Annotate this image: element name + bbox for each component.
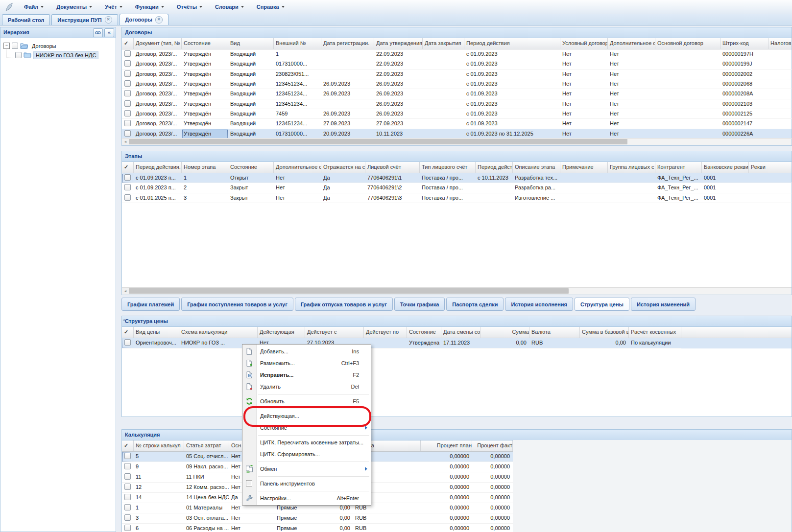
- menubar-item[interactable]: Отчёты: [170, 1, 209, 12]
- table-row[interactable]: Договор, 2023/...УтверждёнВходящий123451…: [122, 79, 792, 89]
- column-header[interactable]: ✓: [122, 440, 134, 451]
- column-header[interactable]: Действует с: [305, 327, 364, 338]
- column-header[interactable]: ✓: [122, 38, 134, 49]
- collapse-sidebar-icon[interactable]: «: [104, 28, 114, 37]
- column-header[interactable]: Состояние: [182, 38, 228, 49]
- row-checkbox[interactable]: [124, 90, 131, 96]
- column-header[interactable]: Документ (тип, №: [134, 38, 182, 49]
- column-header[interactable]: Период действия..: [134, 162, 182, 173]
- menubar-item[interactable]: Функции: [129, 1, 170, 12]
- row-checkbox[interactable]: [124, 514, 131, 521]
- row-checkbox[interactable]: [124, 70, 131, 77]
- menubar-item[interactable]: Словари: [209, 1, 250, 12]
- table-row[interactable]: Договор, 2023/...УтверждёнВходящий123451…: [122, 89, 792, 99]
- context-menu-item[interactable]: Настройки...Alt+Enter: [242, 492, 371, 504]
- row-checkbox[interactable]: [124, 473, 131, 480]
- column-header[interactable]: ✓: [122, 162, 134, 173]
- tab[interactable]: Договоры✕: [120, 14, 168, 25]
- context-menu-item[interactable]: ЦИТК. Пересчитать косвенные затраты...: [242, 437, 371, 448]
- detail-tab[interactable]: Структура цены: [575, 298, 629, 311]
- tree-checkbox[interactable]: [15, 52, 22, 58]
- row-checkbox[interactable]: [124, 453, 131, 459]
- table-row[interactable]: Договор, 2023/...УтверждёнВходящий123451…: [122, 119, 792, 129]
- scrollbar-thumb[interactable]: [129, 288, 569, 294]
- column-header[interactable]: Группа лицевых с: [608, 162, 655, 173]
- column-header[interactable]: Дополнительное с: [274, 162, 321, 173]
- tab-close-icon[interactable]: ✕: [155, 16, 163, 23]
- column-header[interactable]: Период действия л: [476, 162, 513, 173]
- column-header[interactable]: Процент факт: [472, 440, 513, 451]
- column-header[interactable]: Статья затрат: [184, 440, 229, 451]
- column-header[interactable]: Действующая: [258, 327, 305, 338]
- tree-node-root[interactable]: − Договоры: [3, 41, 116, 50]
- row-checkbox[interactable]: [124, 194, 131, 201]
- detail-tab[interactable]: История изменений: [631, 298, 696, 311]
- column-header[interactable]: Тип лицевого счёт: [420, 162, 476, 173]
- column-header[interactable]: Лицевой счёт: [365, 162, 420, 173]
- column-header[interactable]: Сумма: [480, 327, 529, 338]
- table-row[interactable]: Договор, 2023/...УтверждёнВходящий230823…: [122, 69, 792, 79]
- column-header[interactable]: Дата смены состоя: [441, 327, 480, 338]
- tree-node-child[interactable]: НИОКР по ГОЗ без НДС: [3, 50, 116, 60]
- row-checkbox[interactable]: [124, 525, 131, 531]
- row-checkbox[interactable]: [124, 484, 131, 490]
- row-checkbox[interactable]: [124, 130, 131, 137]
- menubar-item[interactable]: Справка: [250, 1, 291, 12]
- column-header[interactable]: Сумма в базовой в: [580, 327, 629, 338]
- row-checkbox[interactable]: [124, 339, 131, 346]
- column-header[interactable]: Схема калькуляци: [179, 327, 258, 338]
- column-header[interactable]: Период действия: [464, 38, 560, 49]
- detail-tab[interactable]: График отпуска товаров и услуг: [295, 298, 393, 311]
- column-header[interactable]: Валюта: [529, 327, 580, 338]
- row-checkbox[interactable]: [124, 463, 131, 469]
- table-row[interactable]: Договор, 2023/...УтверждёнВходящий123451…: [122, 99, 792, 109]
- search-icon[interactable]: [93, 28, 103, 37]
- row-checkbox[interactable]: [124, 50, 131, 57]
- column-header[interactable]: Штрих-код: [720, 38, 768, 49]
- table-row[interactable]: с 01.09.2023 п...1ОткрытНетДа7706406291\…: [122, 173, 792, 183]
- contracts-h-scrollbar[interactable]: ◄: [122, 138, 792, 145]
- column-header[interactable]: Процент план: [421, 440, 472, 451]
- detail-tab[interactable]: Точки графика: [394, 298, 445, 311]
- menubar-item[interactable]: Учёт: [98, 1, 129, 12]
- column-header[interactable]: Дата утверждения: [374, 38, 423, 49]
- row-checkbox[interactable]: [124, 120, 131, 126]
- detail-tab[interactable]: График поступления товаров и услуг: [181, 298, 293, 311]
- context-menu-item[interactable]: Обмен: [242, 463, 371, 475]
- menubar-item[interactable]: Документы: [50, 1, 98, 12]
- column-header[interactable]: Дата закрытия: [423, 38, 464, 49]
- menubar-item[interactable]: Файл: [18, 1, 50, 12]
- table-row[interactable]: с 01.09.2023 п...2ЗакрытНетДа7706406291\…: [122, 183, 792, 193]
- tab-close-icon[interactable]: ✕: [105, 16, 112, 23]
- scroll-left-icon[interactable]: ◄: [122, 318, 125, 322]
- tab[interactable]: Инструкции ПУП✕: [51, 14, 118, 25]
- column-header[interactable]: Отражается на су: [321, 162, 365, 173]
- column-header[interactable]: Контрагент: [655, 162, 702, 173]
- column-header[interactable]: Налогов: [768, 38, 792, 49]
- column-header[interactable]: Дата регистрации.: [321, 38, 374, 49]
- table-row[interactable]: Договор, 2023/...УтверждёнВходящий017310…: [122, 129, 792, 139]
- detail-tab[interactable]: История исполнения: [505, 298, 573, 311]
- row-checkbox[interactable]: [124, 80, 131, 87]
- detail-tab[interactable]: График платежей: [121, 298, 180, 311]
- row-checkbox[interactable]: [124, 174, 131, 181]
- column-header[interactable]: ✓: [122, 327, 134, 338]
- column-header[interactable]: Внешний №: [274, 38, 321, 49]
- context-menu-item[interactable]: Размножить...Ctrl+F3: [242, 357, 371, 369]
- row-checkbox[interactable]: [124, 100, 131, 107]
- context-menu-item[interactable]: Добавить...Ins: [242, 346, 371, 357]
- table-row[interactable]: Ориентировоч...НИОКР по ГОЗ ...Нет27.10.…: [122, 338, 792, 348]
- table-row[interactable]: Договор, 2023/...УтверждёнВходящий122.09…: [122, 49, 792, 59]
- stages-h-scrollbar[interactable]: ◄: [122, 287, 792, 295]
- column-header[interactable]: Банковские реквиз: [702, 162, 749, 173]
- column-header[interactable]: Дополнительное с: [608, 38, 655, 49]
- column-header[interactable]: Действует по: [364, 327, 407, 338]
- column-header[interactable]: Основной договор: [655, 38, 720, 49]
- scrollbar-thumb[interactable]: [129, 139, 627, 144]
- column-header[interactable]: Примечание: [560, 162, 608, 173]
- row-checkbox[interactable]: [124, 110, 131, 116]
- row-checkbox[interactable]: [124, 184, 131, 190]
- detail-tab[interactable]: Паспорта сделки: [446, 298, 504, 311]
- table-row[interactable]: с 01.01.2025 п...3ЗакрытНетДа7706406291\…: [122, 193, 792, 203]
- column-header[interactable]: Рекви: [749, 162, 792, 173]
